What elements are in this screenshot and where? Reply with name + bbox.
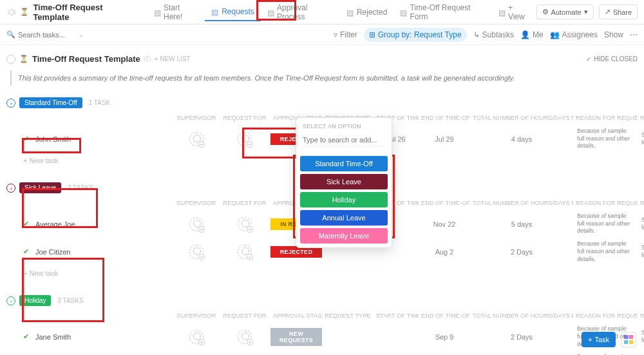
filter-button[interactable]: ▿ Filter <box>334 30 357 39</box>
start-date[interactable] <box>374 249 419 254</box>
dropdown-option-standard-time-off[interactable]: Standard Time-Off <box>300 156 388 171</box>
tab-icon: ▤ <box>400 8 407 16</box>
top-bar: ⏳ Time-Off Request Template ▤Start Here!… <box>0 0 644 24</box>
task-row[interactable]: ✔John Q. Public + + NEW REQUESTS Dec 25 … <box>6 350 638 355</box>
check-icon: ✔ <box>23 135 29 143</box>
dropdown-search-input[interactable] <box>303 133 385 147</box>
days-requested[interactable]: 5 days <box>470 218 573 231</box>
task-name: Average Joe <box>35 220 75 228</box>
share-button[interactable]: ↗ Share <box>599 5 638 19</box>
group-header[interactable]: Holiday3 TASKS <box>6 293 638 309</box>
supervisor-avatar[interactable]: + <box>189 217 204 231</box>
hourglass-icon: ⏳ <box>19 55 28 63</box>
group-name[interactable]: Holiday <box>19 295 51 306</box>
new-task-button[interactable]: + New task <box>6 265 638 281</box>
group-count: 2 TASKS <box>68 184 93 191</box>
reason-for-disapproval[interactable]: Sample reason for disapproval <box>638 327 644 347</box>
request-type[interactable] <box>322 249 374 254</box>
fab-container: + Task <box>582 332 636 347</box>
toolbar-row: 🔍 ⌄ ▿ Filter ⊞ Group by: Request Type ↳ … <box>0 24 644 45</box>
tab-time-off-request-form[interactable]: ▤Time-Off Request Form <box>393 0 491 25</box>
group-name[interactable]: Sick Leave <box>19 182 61 193</box>
info-icon[interactable]: ⓘ <box>144 55 151 64</box>
new-list-button[interactable]: + NEW LIST <box>155 55 191 62</box>
dropdown-option-maternity-leave[interactable]: Maternity Leave <box>300 228 388 244</box>
group-toggle-icon[interactable] <box>6 99 15 108</box>
request-type-dropdown[interactable]: SELECT AN OPTION Standard Time-OffSick L… <box>296 117 392 248</box>
show-button[interactable]: Show <box>604 30 623 39</box>
check-icon: ✔ <box>23 332 29 341</box>
reason-for-request[interactable]: Because of sample full reason and other … <box>573 350 638 355</box>
tab-requests[interactable]: ▤Requests <box>205 3 261 21</box>
list-description: This list provides a summary of the time… <box>10 70 638 86</box>
dropdown-heading: SELECT AN OPTION <box>296 118 392 132</box>
requestfor-avatar[interactable]: + <box>238 217 252 231</box>
reason-for-request[interactable]: Because of sample full reason and other … <box>573 125 638 153</box>
gear-icon[interactable] <box>6 7 16 17</box>
reason-for-disapproval[interactable]: Sample reason for disapproval <box>638 214 644 234</box>
group-toggle-icon[interactable] <box>6 296 15 305</box>
search-box[interactable]: 🔍 ⌄ <box>6 30 90 39</box>
supervisor-avatar[interactable]: + <box>189 330 204 344</box>
group-count: 1 TASK <box>89 99 111 106</box>
hide-closed-button[interactable]: ✓ HIDE CLOSED <box>586 55 638 62</box>
new-task-fab[interactable]: + Task <box>582 332 616 347</box>
requestfor-avatar[interactable]: + <box>238 132 252 146</box>
days-requested[interactable]: 4 days <box>470 133 573 146</box>
reason-for-disapproval[interactable]: Sample reason for disapproval <box>638 242 644 262</box>
request-type[interactable] <box>322 334 374 340</box>
task-name: Jane Smith <box>35 333 71 341</box>
chevron-down-icon[interactable]: ⌄ <box>79 31 84 38</box>
group-toggle-icon[interactable] <box>6 184 15 193</box>
supervisor-avatar[interactable]: + <box>189 132 204 146</box>
end-date[interactable]: Sep 9 <box>419 331 470 343</box>
requestfor-avatar[interactable]: + <box>238 330 252 344</box>
list-header: ⏳ Time-Off Request Template ⓘ + NEW LIST… <box>6 50 638 68</box>
tabs: ▤Start Here!▤Requests▤Approval Process▤R… <box>147 0 536 25</box>
tab-rejected[interactable]: ▤Rejected <box>340 4 393 21</box>
requestfor-avatar[interactable]: + <box>238 245 252 259</box>
collapse-icon[interactable] <box>6 55 15 64</box>
search-icon: 🔍 <box>6 30 15 39</box>
more-icon[interactable]: ⋯ <box>630 30 638 39</box>
check-icon: ✔ <box>23 247 29 256</box>
reason-for-request[interactable]: Because of sample full reason and other … <box>573 238 638 265</box>
groupby-button[interactable]: ⊞ Group by: Request Type <box>364 28 467 42</box>
column-headers: SUPERVISORREQUEST FORAPPROVAL STAGE ▲REQ… <box>6 310 638 323</box>
tab-icon: ▤ <box>211 8 219 15</box>
tab--view[interactable]: ▤+ View <box>492 0 536 25</box>
reason-for-request[interactable]: Because of sample full reason and other … <box>573 210 638 238</box>
apps-fab[interactable] <box>621 332 636 347</box>
group-holiday: Holiday3 TASKSSUPERVISORREQUEST FORAPPRO… <box>6 293 638 355</box>
days-requested[interactable]: 2 Days <box>470 331 573 343</box>
check-icon: ✔ <box>23 220 29 228</box>
page-title: Time-Off Request Template <box>33 3 137 22</box>
subtasks-button[interactable]: ↳ Subtasks <box>473 30 514 39</box>
end-date[interactable]: Aug 2 <box>419 245 470 258</box>
tab-icon: ▤ <box>346 8 354 16</box>
tab-icon: ▤ <box>267 8 274 16</box>
me-button[interactable]: 👤 Me <box>520 30 544 39</box>
tab-icon: ▤ <box>498 8 506 16</box>
supervisor-avatar[interactable]: + <box>189 245 204 259</box>
approval-stage[interactable]: NEW REQUESTS <box>270 328 322 346</box>
tab-icon: ▤ <box>154 8 161 16</box>
dropdown-option-holiday[interactable]: Holiday <box>300 192 388 207</box>
reason-for-disapproval[interactable]: Sample reason for disapproval <box>638 129 644 149</box>
search-input[interactable] <box>18 31 76 39</box>
task-row[interactable]: ✔Jane Smith + + NEW REQUESTS Sep 9 2 Day… <box>6 323 638 350</box>
list-title: Time-Off Request Template <box>32 54 140 64</box>
group-header[interactable]: Standard Time-Off1 TASK <box>6 95 638 111</box>
end-date[interactable]: Nov 22 <box>419 218 470 231</box>
tab-start-here-[interactable]: ▤Start Here! <box>147 0 205 25</box>
automate-button[interactable]: ⚙ Automate ▾ <box>536 5 594 19</box>
start-date[interactable] <box>374 334 419 340</box>
tab-approval-process[interactable]: ▤Approval Process <box>261 0 340 25</box>
assignees-button[interactable]: 👥 Assignees <box>550 30 598 39</box>
end-date[interactable]: Jul 29 <box>419 133 470 146</box>
group-name[interactable]: Standard Time-Off <box>19 97 82 108</box>
group-count: 3 TASKS <box>57 297 83 304</box>
days-requested[interactable]: 2 Days <box>470 245 573 258</box>
dropdown-option-sick-leave[interactable]: Sick Leave <box>300 174 388 189</box>
dropdown-option-annual-leave[interactable]: Annual Leave <box>300 210 388 225</box>
